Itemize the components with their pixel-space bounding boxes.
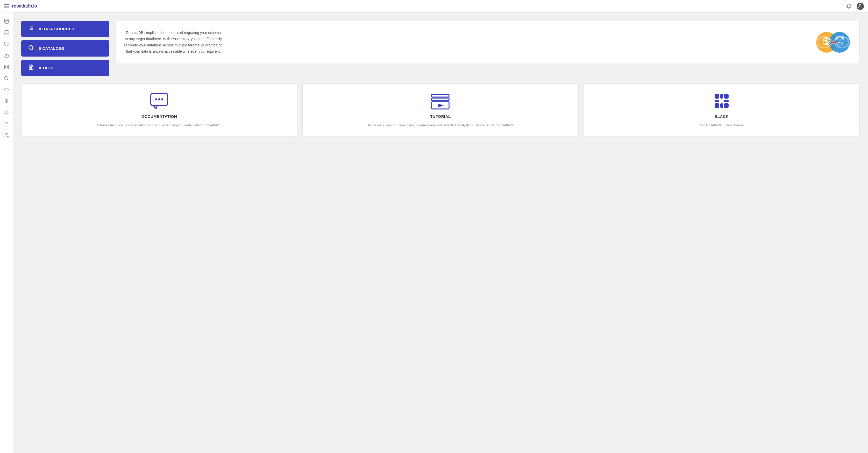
main-content: 0 DATA SOURCES 0 CATALOGS — [13, 12, 868, 453]
sidebar-item-notifications[interactable] — [2, 119, 11, 129]
svg-rect-41 — [715, 100, 719, 102]
svg-rect-44 — [715, 103, 719, 108]
svg-rect-47 — [724, 103, 728, 108]
svg-point-8 — [4, 77, 8, 80]
tutorial-icon — [430, 92, 451, 110]
sidebar — [0, 12, 13, 453]
description-text: RosettaDB simplifies the process of migr… — [124, 30, 223, 55]
svg-rect-36 — [432, 94, 449, 97]
svg-rect-46 — [724, 100, 728, 102]
sidebar-item-users[interactable] — [2, 131, 11, 140]
stat-buttons: 0 DATA SOURCES 0 CATALOGS — [21, 21, 109, 76]
notification-bell-icon[interactable] — [845, 3, 852, 10]
data-sources-icon — [28, 25, 35, 32]
tutorial-description: Hands on guides for developers, business… — [366, 123, 515, 128]
sidebar-item-transform[interactable] — [2, 62, 11, 72]
sidebar-item-search[interactable] — [2, 74, 11, 83]
sidebar-item-code[interactable] — [2, 85, 11, 94]
svg-point-13 — [5, 134, 7, 136]
data-sources-button[interactable]: 0 DATA SOURCES — [21, 21, 109, 37]
sidebar-item-sort[interactable] — [2, 96, 11, 106]
hamburger-button[interactable] — [4, 4, 9, 8]
logo-text: rosettadb.io — [12, 3, 37, 8]
documentation-description: Detailed technical documentation for usi… — [97, 123, 221, 128]
svg-point-30 — [840, 39, 841, 40]
svg-point-0 — [849, 4, 851, 5]
resource-cards-row: DOCUMENTATION Detailed technical documen… — [21, 83, 860, 137]
svg-line-9 — [7, 79, 8, 80]
tutorial-card[interactable]: TUTORIAL Hands on guides for developers,… — [302, 83, 578, 137]
navbar: rosettadb.io — [0, 0, 868, 12]
documentation-card[interactable]: DOCUMENTATION Detailed technical documen… — [21, 83, 297, 137]
svg-point-35 — [161, 98, 163, 101]
slack-description: Join RosettaDB Slack channel — [699, 123, 744, 128]
svg-point-20 — [29, 46, 33, 50]
sidebar-item-book[interactable] — [2, 28, 11, 37]
svg-rect-6 — [7, 67, 8, 69]
svg-point-2 — [4, 19, 8, 21]
documentation-title: DOCUMENTATION — [142, 114, 177, 119]
svg-point-29 — [838, 39, 839, 40]
svg-rect-43 — [724, 94, 728, 98]
svg-point-1 — [860, 4, 861, 6]
svg-point-33 — [155, 98, 157, 101]
user-avatar[interactable] — [857, 3, 864, 10]
sidebar-item-database[interactable] — [2, 17, 11, 26]
sidebar-item-tags[interactable] — [2, 39, 11, 49]
slack-card[interactable]: SLACK Join RosettaDB Slack channel — [584, 83, 860, 137]
catalogs-label: 0 CATALOGS — [39, 46, 64, 51]
data-sources-label: 0 DATA SOURCES — [39, 27, 74, 31]
stats-row: 0 DATA SOURCES 0 CATALOGS — [21, 21, 860, 76]
tags-label: 0 TAGS — [39, 66, 53, 70]
slack-title: SLACK — [715, 114, 728, 119]
documentation-icon — [149, 92, 170, 110]
svg-rect-5 — [7, 65, 8, 67]
tutorial-title: TUTORIAL — [430, 114, 451, 119]
sidebar-item-history[interactable] — [2, 51, 11, 60]
tags-button[interactable]: 0 TAGS — [21, 60, 109, 76]
logo-image — [815, 29, 851, 55]
svg-rect-37 — [432, 98, 449, 101]
svg-rect-45 — [720, 103, 723, 108]
svg-rect-40 — [715, 94, 719, 98]
svg-marker-39 — [438, 104, 443, 107]
svg-rect-42 — [720, 94, 723, 98]
catalogs-button[interactable]: 0 CATALOGS — [21, 40, 109, 57]
slack-icon — [711, 92, 732, 110]
svg-point-34 — [158, 98, 160, 101]
catalogs-icon — [28, 45, 35, 52]
svg-line-21 — [32, 49, 33, 50]
description-card: RosettaDB simplifies the process of migr… — [116, 21, 860, 64]
sidebar-item-flower[interactable] — [2, 108, 11, 117]
logo: rosettadb.io — [12, 3, 37, 9]
svg-rect-7 — [4, 67, 6, 69]
tags-icon — [28, 64, 35, 72]
svg-rect-4 — [4, 65, 6, 67]
